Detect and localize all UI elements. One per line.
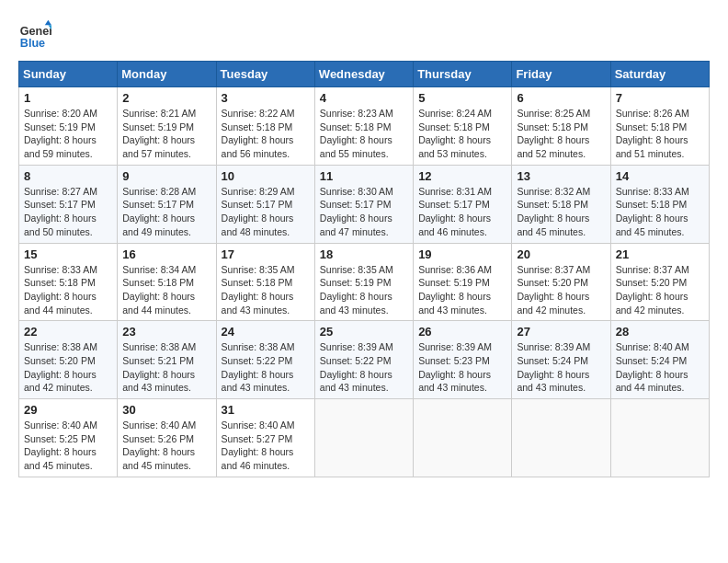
calendar-cell: 24 Sunrise: 8:38 AM Sunset: 5:22 PM Dayl…	[216, 321, 314, 399]
calendar-cell: 28 Sunrise: 8:40 AM Sunset: 5:24 PM Dayl…	[610, 321, 709, 399]
calendar-cell: 23 Sunrise: 8:38 AM Sunset: 5:21 PM Dayl…	[118, 321, 216, 399]
calendar-cell: 26 Sunrise: 8:39 AM Sunset: 5:23 PM Dayl…	[414, 321, 512, 399]
day-number: 22	[24, 325, 112, 339]
calendar-week-1: 1 Sunrise: 8:20 AM Sunset: 5:19 PM Dayli…	[19, 87, 710, 166]
day-number: 1	[24, 91, 112, 105]
logo-icon: General Blue	[18, 18, 51, 52]
column-header-tuesday: Tuesday	[216, 62, 314, 87]
day-detail: Sunrise: 8:35 AM Sunset: 5:19 PM Dayligh…	[320, 263, 408, 317]
day-detail: Sunrise: 8:39 AM Sunset: 5:24 PM Dayligh…	[517, 340, 605, 395]
calendar-cell: 31 Sunrise: 8:40 AM Sunset: 5:27 PM Dayl…	[216, 399, 314, 477]
day-detail: Sunrise: 8:23 AM Sunset: 5:18 PM Dayligh…	[320, 107, 408, 161]
day-detail: Sunrise: 8:25 AM Sunset: 5:18 PM Dayligh…	[517, 107, 605, 161]
day-detail: Sunrise: 8:40 AM Sunset: 5:24 PM Dayligh…	[616, 340, 704, 395]
day-detail: Sunrise: 8:21 AM Sunset: 5:19 PM Dayligh…	[122, 107, 210, 161]
day-number: 26	[418, 325, 506, 339]
calendar-cell: 21 Sunrise: 8:37 AM Sunset: 5:20 PM Dayl…	[610, 243, 709, 321]
day-number: 5	[418, 91, 506, 105]
calendar-cell: 14 Sunrise: 8:33 AM Sunset: 5:18 PM Dayl…	[610, 165, 709, 243]
column-header-friday: Friday	[512, 62, 610, 87]
day-detail: Sunrise: 8:28 AM Sunset: 5:17 PM Dayligh…	[122, 185, 210, 239]
day-detail: Sunrise: 8:37 AM Sunset: 5:20 PM Dayligh…	[517, 263, 605, 317]
day-detail: Sunrise: 8:37 AM Sunset: 5:20 PM Dayligh…	[616, 263, 704, 317]
calendar-cell	[414, 399, 512, 477]
calendar-cell: 25 Sunrise: 8:39 AM Sunset: 5:22 PM Dayl…	[314, 321, 413, 399]
day-number: 7	[616, 91, 704, 105]
day-number: 15	[24, 247, 112, 261]
calendar-week-2: 8 Sunrise: 8:27 AM Sunset: 5:17 PM Dayli…	[19, 165, 710, 243]
day-number: 9	[122, 169, 210, 183]
day-number: 21	[616, 247, 704, 261]
column-header-thursday: Thursday	[414, 62, 512, 87]
calendar-cell: 22 Sunrise: 8:38 AM Sunset: 5:20 PM Dayl…	[19, 321, 118, 399]
calendar-header-row: SundayMondayTuesdayWednesdayThursdayFrid…	[19, 62, 710, 87]
day-number: 27	[517, 325, 605, 339]
day-number: 20	[517, 247, 605, 261]
calendar-cell: 19 Sunrise: 8:36 AM Sunset: 5:19 PM Dayl…	[414, 243, 512, 321]
calendar-cell: 3 Sunrise: 8:22 AM Sunset: 5:18 PM Dayli…	[216, 87, 314, 166]
calendar-cell: 29 Sunrise: 8:40 AM Sunset: 5:25 PM Dayl…	[19, 399, 118, 477]
calendar-cell: 8 Sunrise: 8:27 AM Sunset: 5:17 PM Dayli…	[19, 165, 118, 243]
day-number: 12	[418, 169, 506, 183]
calendar-table: SundayMondayTuesdayWednesdayThursdayFrid…	[18, 61, 710, 477]
svg-marker-2	[45, 20, 51, 25]
day-number: 16	[122, 247, 210, 261]
day-number: 29	[24, 403, 112, 417]
calendar-week-3: 15 Sunrise: 8:33 AM Sunset: 5:18 PM Dayl…	[19, 243, 710, 321]
calendar-cell: 6 Sunrise: 8:25 AM Sunset: 5:18 PM Dayli…	[512, 87, 610, 166]
day-number: 8	[24, 169, 112, 183]
calendar-cell: 17 Sunrise: 8:35 AM Sunset: 5:18 PM Dayl…	[216, 243, 314, 321]
column-header-wednesday: Wednesday	[314, 62, 413, 87]
calendar-cell	[314, 399, 413, 477]
day-detail: Sunrise: 8:33 AM Sunset: 5:18 PM Dayligh…	[24, 263, 112, 317]
calendar-cell: 10 Sunrise: 8:29 AM Sunset: 5:17 PM Dayl…	[216, 165, 314, 243]
day-number: 28	[616, 325, 704, 339]
day-number: 11	[320, 169, 408, 183]
page-header: General Blue	[18, 18, 710, 52]
calendar-cell: 13 Sunrise: 8:32 AM Sunset: 5:18 PM Dayl…	[512, 165, 610, 243]
calendar-week-5: 29 Sunrise: 8:40 AM Sunset: 5:25 PM Dayl…	[19, 399, 710, 477]
calendar-cell: 16 Sunrise: 8:34 AM Sunset: 5:18 PM Dayl…	[118, 243, 216, 321]
logo: General Blue	[18, 18, 51, 52]
day-number: 13	[517, 169, 605, 183]
calendar-cell: 20 Sunrise: 8:37 AM Sunset: 5:20 PM Dayl…	[512, 243, 610, 321]
day-detail: Sunrise: 8:22 AM Sunset: 5:18 PM Dayligh…	[222, 107, 310, 161]
day-detail: Sunrise: 8:32 AM Sunset: 5:18 PM Dayligh…	[517, 185, 605, 239]
calendar-cell: 2 Sunrise: 8:21 AM Sunset: 5:19 PM Dayli…	[118, 87, 216, 166]
day-detail: Sunrise: 8:38 AM Sunset: 5:21 PM Dayligh…	[122, 340, 210, 395]
day-detail: Sunrise: 8:33 AM Sunset: 5:18 PM Dayligh…	[616, 185, 704, 239]
calendar-cell: 18 Sunrise: 8:35 AM Sunset: 5:19 PM Dayl…	[314, 243, 413, 321]
day-detail: Sunrise: 8:36 AM Sunset: 5:19 PM Dayligh…	[418, 263, 506, 317]
calendar-cell: 4 Sunrise: 8:23 AM Sunset: 5:18 PM Dayli…	[314, 87, 413, 166]
day-detail: Sunrise: 8:38 AM Sunset: 5:22 PM Dayligh…	[222, 340, 310, 395]
column-header-monday: Monday	[118, 62, 216, 87]
day-detail: Sunrise: 8:29 AM Sunset: 5:17 PM Dayligh…	[222, 185, 310, 239]
day-detail: Sunrise: 8:38 AM Sunset: 5:20 PM Dayligh…	[24, 340, 112, 395]
calendar-cell: 9 Sunrise: 8:28 AM Sunset: 5:17 PM Dayli…	[118, 165, 216, 243]
day-detail: Sunrise: 8:39 AM Sunset: 5:23 PM Dayligh…	[418, 340, 506, 395]
calendar-cell: 7 Sunrise: 8:26 AM Sunset: 5:18 PM Dayli…	[610, 87, 709, 166]
column-header-saturday: Saturday	[610, 62, 709, 87]
day-number: 4	[320, 91, 408, 105]
calendar-cell: 5 Sunrise: 8:24 AM Sunset: 5:18 PM Dayli…	[414, 87, 512, 166]
day-detail: Sunrise: 8:40 AM Sunset: 5:26 PM Dayligh…	[122, 419, 210, 473]
day-detail: Sunrise: 8:40 AM Sunset: 5:25 PM Dayligh…	[24, 419, 112, 473]
day-number: 14	[616, 169, 704, 183]
day-number: 31	[222, 403, 310, 417]
day-number: 17	[222, 247, 310, 261]
day-detail: Sunrise: 8:34 AM Sunset: 5:18 PM Dayligh…	[122, 263, 210, 317]
calendar-cell: 15 Sunrise: 8:33 AM Sunset: 5:18 PM Dayl…	[19, 243, 118, 321]
day-number: 3	[222, 91, 310, 105]
day-number: 2	[122, 91, 210, 105]
day-number: 30	[122, 403, 210, 417]
calendar-cell: 11 Sunrise: 8:30 AM Sunset: 5:17 PM Dayl…	[314, 165, 413, 243]
calendar-cell: 27 Sunrise: 8:39 AM Sunset: 5:24 PM Dayl…	[512, 321, 610, 399]
day-number: 25	[320, 325, 408, 339]
day-number: 24	[222, 325, 310, 339]
calendar-cell: 12 Sunrise: 8:31 AM Sunset: 5:17 PM Dayl…	[414, 165, 512, 243]
day-number: 18	[320, 247, 408, 261]
day-number: 10	[222, 169, 310, 183]
day-number: 6	[517, 91, 605, 105]
day-detail: Sunrise: 8:30 AM Sunset: 5:17 PM Dayligh…	[320, 185, 408, 239]
day-detail: Sunrise: 8:31 AM Sunset: 5:17 PM Dayligh…	[418, 185, 506, 239]
